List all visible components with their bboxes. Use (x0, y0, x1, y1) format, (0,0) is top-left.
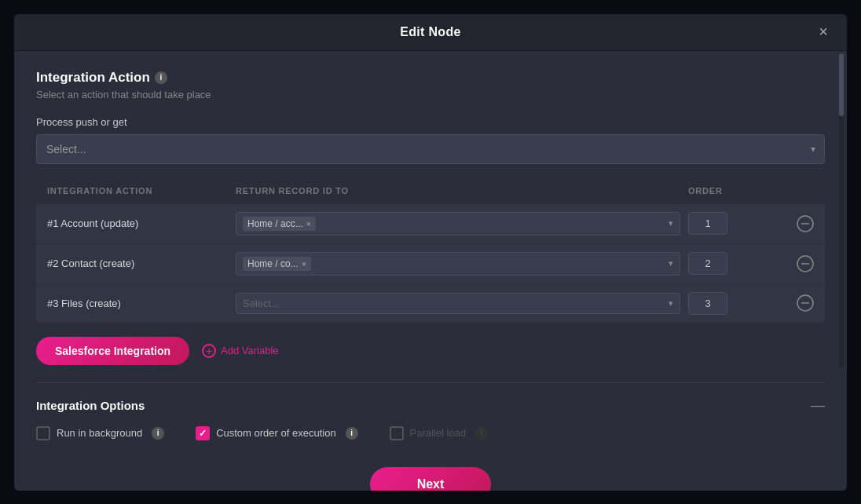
col-header-actions (767, 186, 814, 195)
process-label: Process push or get (36, 116, 825, 128)
scrollbar-thumb[interactable] (839, 53, 844, 116)
col-header-return: RETURN RECORD ID TO (236, 186, 680, 195)
parallel-load-label: Parallel load (410, 427, 467, 439)
section-title: Integration Action i (36, 70, 825, 86)
custom-order-info-icon[interactable]: i (346, 427, 358, 440)
next-button[interactable]: Next (370, 467, 492, 491)
return-select-1[interactable]: Home / acc... × ▾ (236, 212, 680, 236)
order-input-2[interactable] (688, 252, 727, 275)
col-header-order: ORDER (688, 186, 759, 195)
integration-table: INTEGRATION ACTION RETURN RECORD ID TO O… (36, 178, 825, 323)
run-background-checkbox[interactable] (36, 426, 50, 440)
modal-title: Edit Node (400, 25, 460, 39)
modal-body: Integration Action i Select an action th… (14, 51, 847, 491)
action-name-2: #2 Contact (create) (47, 257, 228, 269)
process-select-wrapper: Select... ▾ (36, 134, 825, 164)
order-input-1[interactable] (688, 212, 727, 235)
remove-row-2-button[interactable] (797, 255, 814, 272)
section-subtitle: Select an action that should take place (36, 89, 825, 100)
return-select-3-placeholder: Select... (243, 298, 280, 309)
process-select[interactable]: Select... (36, 134, 825, 164)
scrollbar-track[interactable] (839, 53, 844, 367)
table-row: #1 Account (update) Home / acc... × ▾ (36, 203, 825, 243)
table-row: #3 Files (create) Select... ▾ (36, 283, 825, 323)
remove-row-1-button[interactable] (797, 215, 814, 232)
custom-order-checkbox[interactable] (196, 426, 210, 440)
add-variable-label: Add Variable (221, 345, 278, 356)
divider (36, 382, 825, 383)
add-variable-icon: + (202, 344, 216, 358)
integration-options-header: Integration Options — (36, 397, 825, 414)
run-background-label: Run in background (57, 427, 142, 439)
integration-action-info-icon[interactable]: i (155, 71, 167, 84)
section-title-text: Integration Action (36, 70, 150, 86)
modal-header: Edit Node × (14, 14, 847, 51)
add-variable-button[interactable]: + Add Variable (202, 344, 278, 358)
custom-order-label: Custom order of execution (216, 427, 335, 439)
actions-row: Salesforce Integration + Add Variable (36, 337, 825, 365)
tag-text-1: Home / acc... (247, 218, 303, 229)
remove-row-3-button[interactable] (797, 294, 814, 312)
return-select-3[interactable]: Select... ▾ (236, 293, 680, 314)
tag-text-2: Home / co... (247, 258, 299, 269)
integration-options-title: Integration Options (36, 399, 145, 412)
options-row: Run in background i Custom order of exec… (36, 426, 825, 440)
parallel-load-info-icon[interactable]: i (475, 427, 488, 440)
option-parallel-load: Parallel load i (390, 426, 489, 440)
return-select-1-arrow-icon: ▾ (669, 218, 673, 228)
option-custom-order: Custom order of execution i (196, 426, 357, 440)
footer: Next (36, 459, 825, 491)
action-name-1: #1 Account (update) (47, 217, 228, 229)
return-select-2[interactable]: Home / co... × ▾ (236, 252, 680, 276)
modal: Edit Node × Integration Action i Select … (14, 14, 847, 491)
return-select-3-arrow-icon: ▾ (669, 298, 673, 309)
collapse-button[interactable]: — (811, 397, 825, 414)
modal-overlay: Edit Node × Integration Action i Select … (0, 0, 861, 504)
tag-remove-1[interactable]: × (306, 219, 311, 228)
return-select-2-arrow-icon: ▾ (669, 258, 673, 268)
parallel-load-checkbox[interactable] (390, 426, 404, 440)
tag-remove-2[interactable]: × (302, 259, 306, 268)
tag-chip-2: Home / co... × (243, 257, 311, 271)
tag-chip-1: Home / acc... × (243, 217, 316, 231)
table-header: INTEGRATION ACTION RETURN RECORD ID TO O… (36, 178, 825, 203)
run-background-info-icon[interactable]: i (152, 427, 164, 440)
action-name-3: #3 Files (create) (47, 298, 228, 309)
option-run-background: Run in background i (36, 426, 164, 440)
order-input-3[interactable] (688, 292, 727, 315)
col-header-action: INTEGRATION ACTION (47, 186, 228, 195)
close-button[interactable]: × (812, 21, 834, 43)
salesforce-integration-button[interactable]: Salesforce Integration (36, 337, 189, 365)
table-row: #2 Contact (create) Home / co... × ▾ (36, 243, 825, 283)
